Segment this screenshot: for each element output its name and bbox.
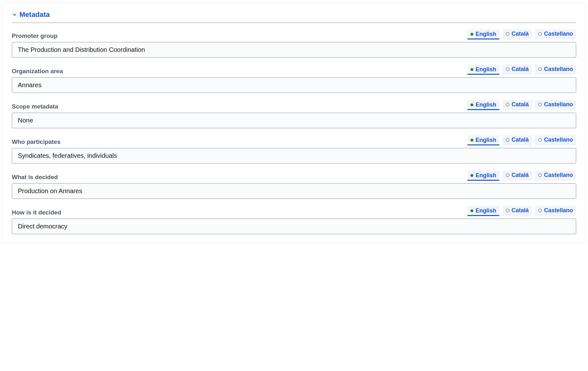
field-label: Promoter group (12, 32, 58, 39)
language-tabs: English Català Castellano (467, 65, 576, 75)
lang-tab-castellano[interactable]: Castellano (535, 206, 576, 216)
lang-tab-catala[interactable]: Català (503, 206, 532, 216)
lang-label: English (476, 172, 496, 179)
status-circle-icon (538, 138, 542, 142)
lang-tab-english[interactable]: English (467, 206, 499, 216)
lang-label: English (476, 207, 496, 214)
field-header: What is decided English Català Castellan… (12, 171, 576, 181)
field-header: Scope metadata English Català Castellano (12, 100, 576, 110)
lang-tab-catala[interactable]: Català (503, 135, 532, 145)
lang-tab-castellano[interactable]: Castellano (535, 135, 576, 145)
field-label: Scope metadata (12, 103, 58, 110)
language-tabs: English Català Castellano (467, 171, 576, 181)
how-is-it-decided-input[interactable] (12, 219, 576, 234)
field-promoter-group: Promoter group English Català Castellano (12, 29, 576, 58)
lang-label: Català (512, 136, 529, 143)
status-circle-icon (506, 173, 509, 177)
promoter-group-input[interactable] (12, 42, 576, 58)
lang-label: Català (512, 101, 529, 108)
field-label: Organization area (12, 68, 63, 75)
field-what-is-decided: What is decided English Català Castellan… (12, 171, 576, 199)
field-label: What is decided (12, 174, 58, 181)
lang-tab-catala[interactable]: Català (503, 29, 532, 39)
lang-tab-castellano[interactable]: Castellano (535, 171, 576, 181)
status-circle-icon (538, 67, 542, 71)
status-dot-icon (470, 68, 473, 71)
status-circle-icon (538, 32, 542, 36)
section-toggle-metadata[interactable]: Metadata (12, 10, 576, 19)
status-dot-icon (470, 33, 473, 36)
status-circle-icon (506, 103, 509, 106)
status-circle-icon (506, 32, 509, 36)
field-header: Who participates English Català Castella… (12, 135, 576, 145)
chevron-down-icon (12, 12, 18, 18)
status-dot-icon (470, 209, 473, 212)
lang-label: English (476, 102, 496, 108)
status-dot-icon (470, 139, 473, 142)
lang-label: Castellano (544, 207, 573, 214)
organization-area-input[interactable] (12, 77, 576, 93)
section-divider (12, 23, 576, 23)
lang-label: English (476, 137, 496, 144)
lang-label: Castellano (544, 31, 573, 37)
lang-label: English (476, 31, 496, 38)
lang-tab-castellano[interactable]: Castellano (535, 100, 576, 110)
lang-label: Català (512, 207, 529, 214)
field-who-participates: Who participates English Català Castella… (12, 135, 576, 164)
lang-label: Català (512, 31, 529, 37)
lang-label: English (476, 66, 496, 73)
status-circle-icon (506, 67, 509, 71)
field-header: Organization area English Català Castell… (12, 65, 576, 75)
language-tabs: English Català Castellano (467, 135, 576, 145)
status-dot-icon (470, 103, 473, 106)
lang-label: Català (512, 66, 529, 73)
lang-tab-english[interactable]: English (467, 135, 499, 145)
lang-tab-castellano[interactable]: Castellano (535, 65, 576, 75)
section-title: Metadata (19, 10, 50, 19)
lang-tab-english[interactable]: English (467, 100, 499, 110)
field-header: How is it decided English Català Castell… (12, 206, 576, 216)
status-circle-icon (538, 209, 542, 212)
metadata-panel: Metadata Promoter group English Català C… (3, 3, 585, 243)
language-tabs: English Català Castellano (467, 206, 576, 216)
lang-tab-english[interactable]: English (467, 171, 499, 181)
field-label: How is it decided (12, 209, 61, 216)
lang-label: Castellano (544, 101, 573, 108)
status-circle-icon (538, 173, 542, 177)
lang-tab-catala[interactable]: Català (503, 171, 532, 181)
lang-tab-catala[interactable]: Català (503, 100, 532, 110)
lang-tab-catala[interactable]: Català (503, 65, 532, 75)
status-circle-icon (506, 209, 509, 212)
status-circle-icon (506, 138, 509, 142)
scope-metadata-input[interactable] (12, 113, 576, 128)
field-organization-area: Organization area English Català Castell… (12, 65, 576, 93)
lang-label: Castellano (544, 172, 573, 178)
field-label: Who participates (12, 138, 61, 145)
lang-tab-castellano[interactable]: Castellano (535, 29, 576, 39)
status-circle-icon (538, 103, 542, 106)
field-scope-metadata: Scope metadata English Català Castellano (12, 100, 576, 128)
language-tabs: English Català Castellano (467, 29, 576, 39)
language-tabs: English Català Castellano (467, 100, 576, 110)
status-dot-icon (470, 174, 473, 177)
who-participates-input[interactable] (12, 148, 576, 164)
field-how-is-it-decided: How is it decided English Català Castell… (12, 206, 576, 234)
lang-label: Castellano (544, 66, 573, 73)
lang-label: Castellano (544, 136, 573, 143)
lang-label: Català (512, 172, 529, 178)
what-is-decided-input[interactable] (12, 183, 576, 199)
field-header: Promoter group English Català Castellano (12, 29, 576, 39)
lang-tab-english[interactable]: English (467, 29, 499, 39)
lang-tab-english[interactable]: English (467, 65, 499, 75)
